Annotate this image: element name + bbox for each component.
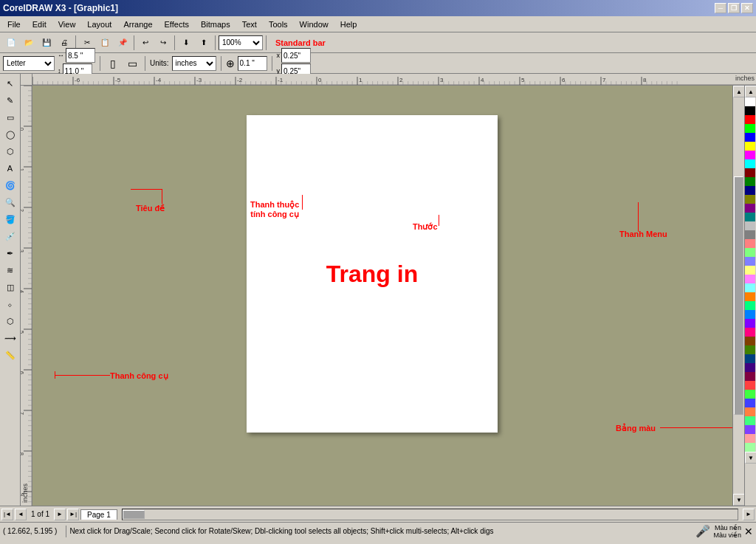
- menu-item-tools[interactable]: Tools: [263, 18, 294, 30]
- zoom-select[interactable]: 100%: [219, 35, 263, 50]
- color-swatch-0[interactable]: [745, 97, 755, 106]
- menu-item-help[interactable]: Help: [334, 18, 363, 30]
- save-button[interactable]: 💾: [38, 35, 55, 51]
- paper-size-select[interactable]: Letter: [3, 56, 55, 71]
- color-swatch-19[interactable]: [745, 266, 755, 275]
- color-swatch-34[interactable]: [745, 399, 755, 407]
- color-swatch-18[interactable]: [745, 257, 755, 266]
- color-swatch-6[interactable]: [745, 151, 755, 159]
- color-swatch-3[interactable]: [745, 124, 755, 133]
- zoom-tool[interactable]: 🔍: [2, 194, 18, 210]
- color-swatch-28[interactable]: [745, 345, 755, 354]
- page-next-button[interactable]: ►: [54, 509, 66, 520]
- menu-item-bitmaps[interactable]: Bitmaps: [195, 18, 236, 30]
- scroll-track[interactable]: [733, 97, 744, 494]
- color-swatch-27[interactable]: [745, 337, 755, 345]
- color-swatch-33[interactable]: [745, 390, 755, 399]
- color-swatch-39[interactable]: [745, 443, 755, 452]
- color-swatch-15[interactable]: [745, 230, 755, 239]
- h-scroll-right[interactable]: ►: [743, 509, 755, 520]
- page-last-button[interactable]: ►|: [67, 509, 79, 520]
- color-swatch-35[interactable]: [745, 407, 755, 416]
- freehand-tool[interactable]: ✎: [2, 92, 18, 109]
- polygon-tool[interactable]: ⬡: [2, 143, 18, 159]
- menu-item-effects[interactable]: Effects: [159, 18, 195, 30]
- color-swatch-29[interactable]: [745, 354, 755, 363]
- canvas-area[interactable]: Trang in Tiêu đề Thanh thuộc tính công c…: [32, 86, 732, 506]
- menu-item-arrange[interactable]: Arrange: [117, 18, 158, 30]
- color-swatch-9[interactable]: [745, 177, 755, 186]
- rectangle-tool[interactable]: ▭: [2, 109, 18, 125]
- menu-item-window[interactable]: Window: [294, 18, 334, 30]
- undo-button[interactable]: ↩: [137, 35, 154, 51]
- spiral-tool[interactable]: 🌀: [2, 177, 18, 193]
- color-swatch-12[interactable]: [745, 204, 755, 213]
- new-button[interactable]: 📄: [3, 35, 19, 51]
- eyedropper-tool[interactable]: 💉: [2, 228, 18, 244]
- copy-button[interactable]: 📋: [97, 35, 113, 51]
- menu-item-text[interactable]: Text: [236, 18, 263, 30]
- offset-x-input[interactable]: [281, 48, 311, 63]
- close-button[interactable]: ✕: [741, 3, 753, 13]
- open-button[interactable]: 📂: [21, 35, 37, 51]
- color-swatch-22[interactable]: [745, 292, 755, 301]
- redo-button[interactable]: ↪: [155, 35, 171, 51]
- scroll-down-button[interactable]: ▼: [733, 494, 745, 506]
- color-swatch-2[interactable]: [745, 115, 755, 124]
- nudge-input[interactable]: [238, 56, 267, 71]
- color-swatch-26[interactable]: [745, 328, 755, 337]
- menu-item-edit[interactable]: Edit: [27, 18, 52, 30]
- minimize-button[interactable]: ─: [715, 3, 726, 13]
- scroll-thumb[interactable]: [734, 176, 743, 414]
- fill-tool[interactable]: 🪣: [2, 211, 18, 227]
- scroll-up-button[interactable]: ▲: [733, 86, 745, 97]
- menu-item-view[interactable]: View: [52, 18, 82, 30]
- color-swatch-11[interactable]: [745, 195, 755, 204]
- outline-tool[interactable]: ✒: [2, 245, 18, 261]
- menu-item-layout[interactable]: Layout: [81, 18, 117, 30]
- restore-button[interactable]: ❐: [728, 3, 740, 13]
- color-swatch-14[interactable]: [745, 221, 755, 230]
- color-swatch-25[interactable]: [745, 319, 755, 328]
- color-swatch-31[interactable]: [745, 372, 755, 381]
- color-swatch-7[interactable]: [745, 159, 755, 168]
- color-swatch-1[interactable]: [745, 106, 755, 115]
- h-scrollbar[interactable]: [122, 509, 738, 520]
- color-swatch-38[interactable]: [745, 434, 755, 443]
- page-width-input[interactable]: [66, 48, 95, 63]
- color-swatch-17[interactable]: [745, 248, 755, 257]
- measure-tool[interactable]: 📏: [2, 347, 18, 363]
- h-scroll-thumb[interactable]: [123, 510, 145, 519]
- close-document-btn[interactable]: ✕: [744, 526, 753, 537]
- color-swatch-13[interactable]: [745, 213, 755, 221]
- landscape-button[interactable]: ▭: [124, 55, 140, 72]
- menu-item-file[interactable]: File: [1, 18, 27, 30]
- page-tab[interactable]: Page 1: [80, 509, 117, 520]
- units-select[interactable]: inches: [172, 56, 216, 71]
- blend-tool[interactable]: ≋: [2, 262, 18, 278]
- color-swatch-16[interactable]: [745, 239, 755, 248]
- envelope-tool[interactable]: ⬦: [2, 296, 18, 312]
- color-swatch-37[interactable]: [745, 425, 755, 434]
- palette-scroll-up[interactable]: ▲: [745, 86, 756, 97]
- ellipse-tool[interactable]: ◯: [2, 126, 18, 142]
- palette-scroll-down[interactable]: ▼: [745, 452, 756, 464]
- extrude-tool[interactable]: ⬡: [2, 313, 18, 329]
- color-swatch-23[interactable]: [745, 301, 755, 310]
- color-swatch-8[interactable]: [745, 168, 755, 177]
- color-swatch-30[interactable]: [745, 363, 755, 372]
- color-swatch-36[interactable]: [745, 416, 755, 425]
- shadow-tool[interactable]: ◫: [2, 279, 18, 295]
- color-swatch-24[interactable]: [745, 310, 755, 319]
- color-swatch-4[interactable]: [745, 133, 755, 142]
- paste-button[interactable]: 📌: [114, 35, 131, 51]
- page-prev-button[interactable]: ◄: [15, 509, 27, 520]
- export-button[interactable]: ⬆: [196, 35, 212, 51]
- portrait-button[interactable]: ▯: [105, 55, 121, 72]
- page-first-button[interactable]: |◄: [1, 509, 13, 520]
- connector-tool[interactable]: ⟿: [2, 330, 18, 346]
- color-swatch-20[interactable]: [745, 275, 755, 283]
- color-swatch-32[interactable]: [745, 381, 755, 390]
- color-swatch-21[interactable]: [745, 283, 755, 292]
- text-tool[interactable]: A: [2, 160, 18, 176]
